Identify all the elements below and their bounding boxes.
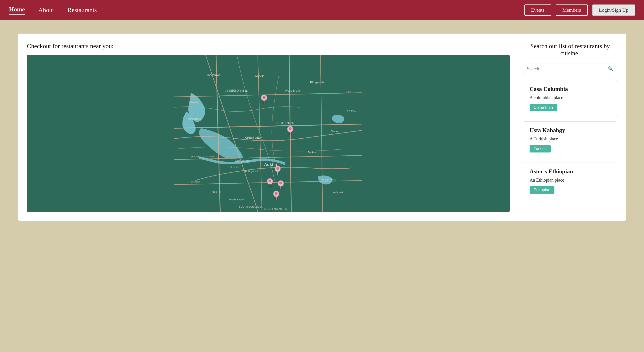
svg-text:Austin: Austin [264,162,277,167]
restaurant-name-3: Aster's Ethiopian [530,168,611,175]
nav-right: Events Members Login/Sign Up [524,4,635,16]
cuisine-tag-3[interactable]: Ethiopian [530,186,554,194]
restaurant-desc-1: A columbian place [530,95,611,100]
map-heading: Checkout for restaurants near you: [27,42,510,50]
svg-text:NORTH LAMAR: NORTH LAMAR [274,122,294,125]
main-card: Checkout for restaurants near you: [18,34,626,221]
svg-text:SOUTH CONGRESS: SOUTH CONGRESS [239,205,263,208]
nav-links: Home About Restaurants [9,6,524,14]
svg-text:Volente: Volente [190,101,198,104]
svg-text:Manor: Manor [331,130,338,133]
svg-text:Sunset Valley: Sunset Valley [228,198,244,201]
nav-restaurants[interactable]: Restaurants [68,6,97,14]
svg-text:New Swe...: New Swe... [346,110,357,112]
svg-text:Cele: Cele [346,90,351,93]
svg-text:Daffan: Daffan [308,151,316,154]
search-icon: 🔍 [608,66,613,72]
nav-about[interactable]: About [38,6,54,14]
svg-text:OAK HILL: OAK HILL [212,191,223,194]
map-container[interactable]: Jonestown Jollyville ANDERSON MILL Volen… [27,55,510,212]
left-panel: Checkout for restaurants near you: [27,42,510,212]
svg-text:Hudson Bend: Hudson Bend [187,118,201,120]
svg-point-45 [279,182,282,184]
svg-text:Rollingwood: Rollingwood [245,170,258,173]
restaurant-card-2[interactable]: Usta Kababgy A Turkish place Turkish [523,121,617,158]
svg-text:Jonestown: Jonestown [207,73,220,76]
restaurant-card-3[interactable]: Aster's Ethiopian An Ethiopian place Eth… [523,162,617,199]
search-bar[interactable]: 🔍 [523,64,617,74]
restaurant-desc-2: A Turkish place [530,136,611,142]
right-panel: Search our list of restaurants by cuisin… [523,42,617,212]
navbar: Home About Restaurants Events Members Lo… [0,0,644,20]
restaurant-desc-3: An Ethiopian place [530,178,611,183]
search-heading: Search our list of restaurants by cuisin… [523,42,617,57]
svg-text:Webbervil...: Webbervil... [333,191,345,194]
svg-point-43 [268,179,272,182]
restaurant-name-2: Usta Kababgy [530,127,611,134]
svg-text:CRESTVIEW: CRESTVIEW [245,136,262,139]
svg-point-41 [276,167,279,170]
svg-text:🍽: 🍽 [263,96,265,98]
svg-text:Pflugerville: Pflugerville [310,80,324,84]
svg-text:ee Cave: ee Cave [191,156,200,158]
svg-text:Wells Branch: Wells Branch [285,89,302,92]
svg-text:SOUTHEAST AUSTIN: SOUTHEAST AUSTIN [264,208,287,210]
restaurant-name-1: Casa Columbia [530,86,611,92]
restaurant-card-1[interactable]: Casa Columbia A columbian place Columbia… [523,80,617,117]
svg-text:Lost Creek: Lost Creek [228,166,239,168]
svg-text:Hornsby Bend: Hornsby Bend [320,178,336,181]
events-button[interactable]: Events [524,4,551,16]
svg-text:COLORADO RIVER: COLORADO RIVER [204,155,222,158]
svg-text:West Lake Hills: West Lake Hills [235,160,250,162]
svg-text:ANDERSON MILL: ANDERSON MILL [226,89,248,92]
nav-home[interactable]: Home [9,6,25,14]
search-input[interactable] [527,66,608,72]
svg-point-47 [275,192,278,195]
cuisine-tag-1[interactable]: Columbian [530,104,557,111]
members-button[interactable]: Members [556,4,588,16]
cuisine-tag-2[interactable]: Turkish [530,145,550,152]
map-svg: Jonestown Jollyville ANDERSON MILL Volen… [27,55,510,212]
svg-text:ar Valley: ar Valley [191,180,201,183]
svg-point-39 [289,127,292,130]
svg-text:Jollyville: Jollyville [254,74,265,78]
login-button[interactable]: Login/Sign Up [592,4,635,16]
page-content: Checkout for restaurants near you: [0,20,644,234]
